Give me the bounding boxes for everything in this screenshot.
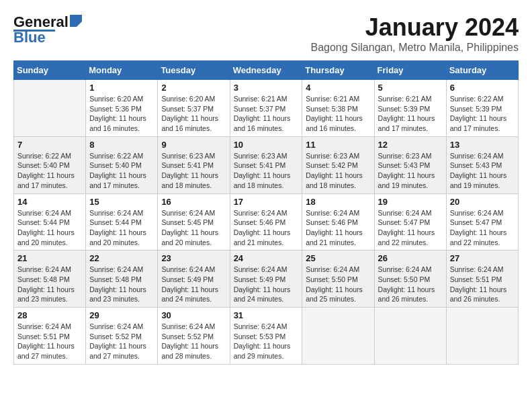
day-info: Sunrise: 6:20 AMSunset: 5:36 PMDaylight:… bbox=[89, 94, 154, 134]
logo-blue: Blue bbox=[13, 29, 46, 46]
day-number: 16 bbox=[161, 197, 226, 207]
calendar-day-cell: 6Sunrise: 6:22 AMSunset: 5:39 PMDaylight… bbox=[446, 80, 518, 137]
calendar-day-cell: 11Sunrise: 6:23 AMSunset: 5:42 PMDayligh… bbox=[302, 136, 374, 193]
calendar-week-row: 14Sunrise: 6:24 AMSunset: 5:44 PMDayligh… bbox=[14, 193, 519, 250]
calendar-day-cell: 9Sunrise: 6:23 AMSunset: 5:41 PMDaylight… bbox=[158, 136, 230, 193]
col-header-thursday: Thursday bbox=[302, 61, 374, 80]
day-info: Sunrise: 6:24 AMSunset: 5:52 PMDaylight:… bbox=[89, 322, 154, 361]
day-number: 8 bbox=[89, 140, 154, 150]
calendar-day-cell: 30Sunrise: 6:24 AMSunset: 5:52 PMDayligh… bbox=[158, 308, 230, 365]
calendar-day-cell: 16Sunrise: 6:24 AMSunset: 5:45 PMDayligh… bbox=[158, 193, 230, 250]
day-number: 31 bbox=[234, 310, 299, 320]
day-info: Sunrise: 6:21 AMSunset: 5:38 PMDaylight:… bbox=[306, 94, 370, 134]
day-info: Sunrise: 6:24 AMSunset: 5:44 PMDaylight:… bbox=[17, 208, 82, 248]
subtitle: Bagong Silangan, Metro Manila, Philippin… bbox=[310, 42, 519, 54]
logo-icon bbox=[70, 15, 82, 27]
calendar-day-cell bbox=[14, 80, 86, 137]
logo: General Blue bbox=[13, 13, 82, 46]
calendar-day-cell: 22Sunrise: 6:24 AMSunset: 5:48 PMDayligh… bbox=[86, 250, 158, 308]
day-number: 29 bbox=[89, 310, 154, 320]
day-info: Sunrise: 6:24 AMSunset: 5:46 PMDaylight:… bbox=[306, 208, 370, 248]
day-info: Sunrise: 6:24 AMSunset: 5:46 PMDaylight:… bbox=[234, 208, 299, 248]
calendar-day-cell: 18Sunrise: 6:24 AMSunset: 5:46 PMDayligh… bbox=[302, 193, 374, 250]
day-number: 9 bbox=[161, 140, 226, 150]
calendar-day-cell: 7Sunrise: 6:22 AMSunset: 5:40 PMDaylight… bbox=[14, 136, 86, 193]
day-info: Sunrise: 6:24 AMSunset: 5:50 PMDaylight:… bbox=[378, 265, 443, 304]
day-info: Sunrise: 6:24 AMSunset: 5:49 PMDaylight:… bbox=[234, 265, 299, 304]
day-number: 1 bbox=[89, 83, 154, 93]
day-number: 17 bbox=[234, 197, 299, 207]
title-block: January 2024 Bagong Silangan, Metro Mani… bbox=[310, 13, 519, 54]
calendar-day-cell: 23Sunrise: 6:24 AMSunset: 5:49 PMDayligh… bbox=[158, 250, 230, 308]
day-info: Sunrise: 6:22 AMSunset: 5:40 PMDaylight:… bbox=[89, 151, 154, 191]
col-header-wednesday: Wednesday bbox=[230, 61, 302, 80]
day-number: 27 bbox=[450, 253, 515, 263]
calendar-day-cell: 17Sunrise: 6:24 AMSunset: 5:46 PMDayligh… bbox=[230, 193, 302, 250]
calendar-day-cell: 14Sunrise: 6:24 AMSunset: 5:44 PMDayligh… bbox=[14, 193, 86, 250]
calendar-day-cell: 26Sunrise: 6:24 AMSunset: 5:50 PMDayligh… bbox=[374, 250, 446, 308]
col-header-saturday: Saturday bbox=[446, 61, 518, 80]
calendar-week-row: 1Sunrise: 6:20 AMSunset: 5:36 PMDaylight… bbox=[14, 80, 519, 137]
svg-marker-0 bbox=[70, 15, 82, 27]
day-info: Sunrise: 6:22 AMSunset: 5:40 PMDaylight:… bbox=[17, 151, 82, 191]
calendar-week-row: 21Sunrise: 6:24 AMSunset: 5:48 PMDayligh… bbox=[14, 250, 519, 308]
day-info: Sunrise: 6:23 AMSunset: 5:42 PMDaylight:… bbox=[306, 151, 370, 191]
day-info: Sunrise: 6:23 AMSunset: 5:41 PMDaylight:… bbox=[161, 151, 226, 191]
calendar-day-cell bbox=[374, 308, 446, 365]
day-number: 2 bbox=[161, 83, 226, 93]
day-number: 13 bbox=[450, 140, 515, 150]
col-header-sunday: Sunday bbox=[14, 61, 86, 80]
col-header-tuesday: Tuesday bbox=[158, 61, 230, 80]
calendar-day-cell: 8Sunrise: 6:22 AMSunset: 5:40 PMDaylight… bbox=[86, 136, 158, 193]
calendar-day-cell: 20Sunrise: 6:24 AMSunset: 5:47 PMDayligh… bbox=[446, 193, 518, 250]
col-header-monday: Monday bbox=[86, 61, 158, 80]
day-info: Sunrise: 6:21 AMSunset: 5:39 PMDaylight:… bbox=[378, 94, 443, 134]
day-number: 20 bbox=[450, 197, 515, 207]
day-number: 7 bbox=[17, 140, 82, 150]
day-number: 15 bbox=[89, 197, 154, 207]
day-number: 23 bbox=[161, 253, 226, 263]
calendar-day-cell: 12Sunrise: 6:23 AMSunset: 5:43 PMDayligh… bbox=[374, 136, 446, 193]
calendar-day-cell: 31Sunrise: 6:24 AMSunset: 5:53 PMDayligh… bbox=[230, 308, 302, 365]
day-number: 26 bbox=[378, 253, 443, 263]
calendar-day-cell: 24Sunrise: 6:24 AMSunset: 5:49 PMDayligh… bbox=[230, 250, 302, 308]
day-number: 12 bbox=[378, 140, 443, 150]
calendar-day-cell: 29Sunrise: 6:24 AMSunset: 5:52 PMDayligh… bbox=[86, 308, 158, 365]
header: General Blue January 2024 Bagong Silanga… bbox=[13, 13, 519, 54]
calendar-header-row: SundayMondayTuesdayWednesdayThursdayFrid… bbox=[14, 61, 519, 80]
day-number: 22 bbox=[89, 253, 154, 263]
day-info: Sunrise: 6:23 AMSunset: 5:41 PMDaylight:… bbox=[234, 151, 299, 191]
main-title: January 2024 bbox=[310, 13, 519, 42]
day-info: Sunrise: 6:24 AMSunset: 5:50 PMDaylight:… bbox=[306, 265, 370, 304]
day-number: 28 bbox=[17, 310, 82, 320]
day-number: 21 bbox=[17, 253, 82, 263]
calendar-day-cell: 15Sunrise: 6:24 AMSunset: 5:44 PMDayligh… bbox=[86, 193, 158, 250]
calendar-day-cell: 13Sunrise: 6:24 AMSunset: 5:43 PMDayligh… bbox=[446, 136, 518, 193]
day-info: Sunrise: 6:21 AMSunset: 5:37 PMDaylight:… bbox=[234, 94, 299, 134]
day-info: Sunrise: 6:24 AMSunset: 5:53 PMDaylight:… bbox=[234, 322, 299, 361]
calendar-day-cell: 1Sunrise: 6:20 AMSunset: 5:36 PMDaylight… bbox=[86, 80, 158, 137]
day-number: 24 bbox=[234, 253, 299, 263]
day-number: 5 bbox=[378, 83, 443, 93]
day-info: Sunrise: 6:24 AMSunset: 5:52 PMDaylight:… bbox=[161, 322, 226, 361]
day-info: Sunrise: 6:22 AMSunset: 5:39 PMDaylight:… bbox=[450, 94, 515, 134]
day-info: Sunrise: 6:24 AMSunset: 5:43 PMDaylight:… bbox=[450, 151, 515, 191]
calendar-day-cell: 4Sunrise: 6:21 AMSunset: 5:38 PMDaylight… bbox=[302, 80, 374, 137]
day-number: 30 bbox=[161, 310, 226, 320]
day-info: Sunrise: 6:24 AMSunset: 5:49 PMDaylight:… bbox=[161, 265, 226, 304]
calendar-day-cell: 2Sunrise: 6:20 AMSunset: 5:37 PMDaylight… bbox=[158, 80, 230, 137]
day-number: 14 bbox=[17, 197, 82, 207]
day-number: 4 bbox=[306, 83, 370, 93]
page-wrapper: General Blue January 2024 Bagong Silanga… bbox=[13, 13, 519, 365]
day-info: Sunrise: 6:24 AMSunset: 5:48 PMDaylight:… bbox=[17, 265, 82, 304]
day-info: Sunrise: 6:24 AMSunset: 5:51 PMDaylight:… bbox=[450, 265, 515, 304]
day-info: Sunrise: 6:20 AMSunset: 5:37 PMDaylight:… bbox=[161, 94, 226, 134]
day-info: Sunrise: 6:24 AMSunset: 5:45 PMDaylight:… bbox=[161, 208, 226, 248]
calendar-day-cell: 25Sunrise: 6:24 AMSunset: 5:50 PMDayligh… bbox=[302, 250, 374, 308]
calendar-week-row: 28Sunrise: 6:24 AMSunset: 5:51 PMDayligh… bbox=[14, 308, 519, 365]
calendar-week-row: 7Sunrise: 6:22 AMSunset: 5:40 PMDaylight… bbox=[14, 136, 519, 193]
day-info: Sunrise: 6:24 AMSunset: 5:47 PMDaylight:… bbox=[450, 208, 515, 248]
day-number: 11 bbox=[306, 140, 370, 150]
day-number: 6 bbox=[450, 83, 515, 93]
calendar-day-cell: 21Sunrise: 6:24 AMSunset: 5:48 PMDayligh… bbox=[14, 250, 86, 308]
